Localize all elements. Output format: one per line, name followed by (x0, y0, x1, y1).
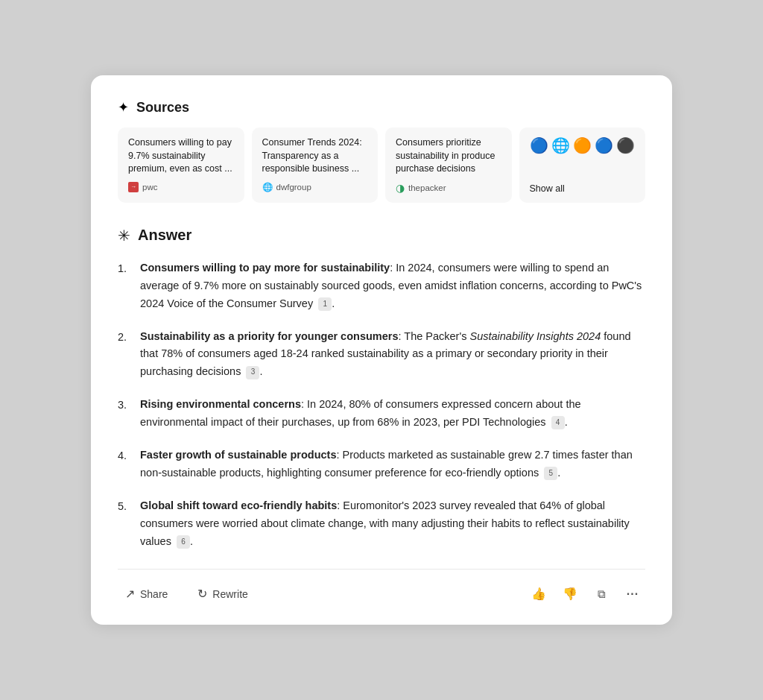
thumbdown-icon: 👎 (563, 587, 577, 601)
citation-1[interactable]: 1 (318, 297, 332, 311)
answer-item-text-4: Faster growth of sustainable products: P… (140, 447, 645, 482)
answer-section: ✳ Answer Consumers willing to pay more f… (118, 227, 645, 551)
source-icon-1: 🔵 (530, 136, 548, 154)
source-name-packer: thepacker (408, 183, 446, 192)
source-meta-packer: ◑ thepacker (396, 182, 501, 194)
answer-item-1: Consumers willing to pay more for sustai… (118, 259, 645, 313)
show-all-label: Show all (530, 183, 565, 194)
rewrite-button[interactable]: ↻ Rewrite (190, 582, 255, 605)
card-footer: ↗ Share ↻ Rewrite 👍 👎 ⧉ ··· (118, 569, 645, 607)
thumbdown-button[interactable]: 👎 (557, 581, 583, 607)
citation-3[interactable]: 4 (551, 416, 565, 429)
sources-icon: ✦ (118, 99, 129, 116)
show-all-icons: 🔵 🌐 🟠 🔵 ⚫ (530, 136, 635, 154)
source-name-dwf: dwfgroup (276, 183, 311, 192)
source-title-pwc: Consumers willing to pay 9.7% sustainabi… (128, 136, 234, 176)
share-label: Share (140, 588, 168, 600)
source-meta-dwf: 🌐 dwfgroup (262, 182, 368, 192)
source-card-dwf[interactable]: Consumer Trends 2024: Transparency as a … (252, 127, 379, 203)
answer-bold-1: Consumers willing to pay more for sustai… (140, 262, 390, 274)
answer-bold-2: Sustainability as a priority for younger… (140, 330, 398, 342)
thumbup-icon: 👍 (531, 587, 546, 601)
source-icon-2: 🌐 (551, 136, 570, 154)
leaf-icon: ◑ (396, 182, 405, 194)
rewrite-label: Rewrite (212, 588, 247, 600)
rewrite-icon: ↻ (197, 587, 207, 601)
answer-item-5: Global shift toward eco-friendly habits:… (118, 497, 645, 551)
source-icon-4: 🔵 (595, 136, 613, 154)
answer-list: Consumers willing to pay more for sustai… (118, 259, 645, 551)
source-meta-pwc: → pwc (128, 182, 234, 192)
sources-title: Sources (136, 100, 189, 116)
citation-2[interactable]: 3 (246, 366, 259, 379)
answer-item-text-5: Global shift toward eco-friendly habits:… (140, 497, 645, 551)
source-icon-5: ⚫ (616, 136, 635, 154)
copy-icon: ⧉ (598, 587, 606, 601)
share-button[interactable]: ↗ Share (118, 582, 175, 605)
thumbup-button[interactable]: 👍 (526, 581, 551, 607)
pwc-icon: → (128, 182, 139, 192)
share-icon: ↗ (125, 587, 135, 601)
source-icon-3: 🟠 (573, 136, 592, 154)
answer-bold-3: Rising environmental concerns (140, 398, 301, 410)
source-card-pwc[interactable]: Consumers willing to pay 9.7% sustainabi… (118, 127, 244, 203)
source-name-pwc: pwc (142, 183, 157, 192)
copy-button[interactable]: ⧉ (589, 581, 614, 607)
answer-item-4: Faster growth of sustainable products: P… (118, 447, 645, 482)
footer-left: ↗ Share ↻ Rewrite (118, 582, 256, 605)
answer-item-text-1: Consumers willing to pay more for sustai… (140, 259, 645, 313)
answer-item-3: Rising environmental concerns: In 2024, … (118, 396, 645, 432)
footer-right: 👍 👎 ⧉ ··· (526, 581, 645, 607)
answer-header: ✳ Answer (118, 227, 645, 245)
source-title-dwf: Consumer Trends 2024: Transparency as a … (262, 136, 368, 176)
globe-icon: 🌐 (262, 182, 273, 192)
more-icon: ··· (627, 587, 639, 601)
source-title-packer: Consumers prioritize sustainability in p… (396, 136, 501, 176)
source-card-showall[interactable]: 🔵 🌐 🟠 🔵 ⚫ Show all (519, 127, 646, 203)
answer-item-text-3: Rising environmental concerns: In 2024, … (140, 396, 645, 432)
answer-title: Answer (138, 227, 191, 244)
sources-grid: Consumers willing to pay 9.7% sustainabi… (118, 127, 645, 203)
main-card: ✦ Sources Consumers willing to pay 9.7% … (91, 75, 672, 624)
answer-item-text-2: Sustainability as a priority for younger… (140, 328, 645, 382)
more-button[interactable]: ··· (620, 581, 645, 607)
sources-header: ✦ Sources (118, 99, 645, 116)
answer-italic-2: Sustainability Insights 2024 (469, 330, 601, 342)
answer-bold-4: Faster growth of sustainable products (140, 449, 336, 461)
citation-4[interactable]: 5 (544, 467, 557, 480)
answer-bold-5: Global shift toward eco-friendly habits (140, 499, 337, 511)
source-card-packer[interactable]: Consumers prioritize sustainability in p… (385, 127, 512, 203)
answer-icon: ✳ (118, 227, 130, 245)
answer-item-2: Sustainability as a priority for younger… (118, 328, 645, 382)
citation-5[interactable]: 6 (177, 535, 190, 549)
